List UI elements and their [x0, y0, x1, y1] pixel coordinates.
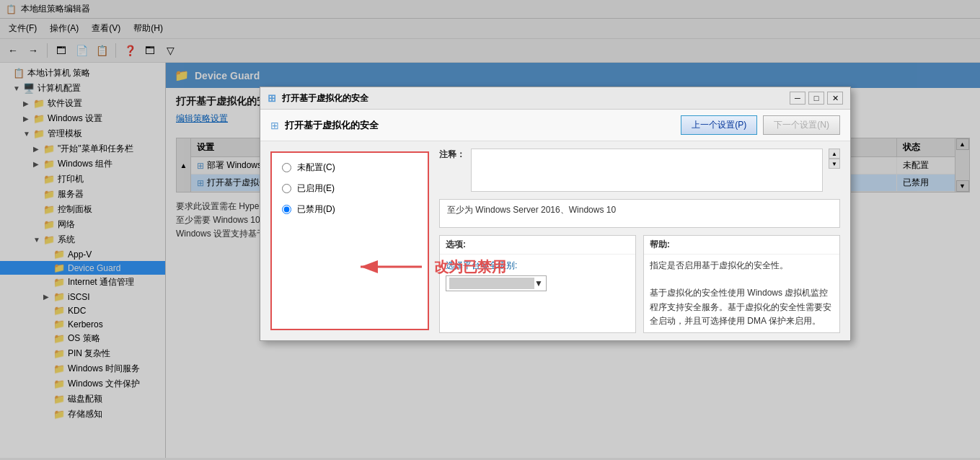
- radio-not-configured-label: 未配置(C): [297, 162, 335, 174]
- prev-setting-button[interactable]: 上一个设置(P): [681, 115, 757, 135]
- platform-dropdown-value: [449, 278, 534, 289]
- maximize-button[interactable]: □: [808, 92, 824, 105]
- modal-controls: ─ □ ✕: [790, 92, 843, 105]
- help-section: 帮助: 指定是否启用基于虚拟化的安全性。 基于虚拟化的安全性使用 Windows…: [643, 235, 840, 333]
- options-title: 选项:: [440, 236, 635, 255]
- minimize-button[interactable]: ─: [790, 92, 805, 105]
- options-help-row: 选项: 选择平台安全级别: ▼: [439, 235, 840, 333]
- supported-section: 至少为 Windows Server 2016、Windows 10: [439, 199, 840, 228]
- modal-title-left: ⊞ 打开基于虚拟化的安全: [268, 92, 368, 105]
- note-label: 注释：: [439, 149, 465, 161]
- radio-disabled[interactable]: 已禁用(D): [282, 203, 418, 216]
- modal-header-row: ⊞ 打开基于虚拟化的安全: [270, 119, 379, 132]
- radio-enabled[interactable]: 已启用(E): [282, 182, 418, 195]
- supported-text: 至少为 Windows Server 2016、Windows 10: [447, 205, 616, 215]
- modal-overlay: ⊞ 打开基于虚拟化的安全 ─ □ ✕ ⊞ 打开基于虚拟化的安全 上一个设置(P)…: [0, 0, 980, 458]
- platform-label: 选择平台安全级别:: [446, 259, 630, 273]
- help-title: 帮助:: [644, 236, 839, 255]
- note-section: 注释： ▲ ▼: [439, 149, 840, 192]
- radio-panel: 未配置(C) 已启用(E) 已禁用(D): [270, 151, 429, 330]
- modal-header-icon: ⊞: [270, 120, 279, 131]
- help-text-line1: 指定是否启用基于虚拟化的安全性。: [650, 260, 788, 270]
- modal-header-label: 打开基于虚拟化的安全: [285, 119, 379, 132]
- modal-title-text: 打开基于虚拟化的安全: [282, 92, 368, 105]
- help-text-line2: 基于虚拟化的安全性使用 Windows 虚拟机监控程序支持安全服务。基于虚拟化的…: [650, 288, 831, 325]
- right-panel: 注释： ▲ ▼ 至少为 Windows Server 2016、Windows …: [429, 141, 850, 340]
- next-setting-button[interactable]: 下一个设置(N): [763, 115, 840, 135]
- platform-dropdown[interactable]: ▼: [446, 275, 547, 291]
- help-content: 指定是否启用基于虚拟化的安全性。 基于虚拟化的安全性使用 Windows 虚拟机…: [644, 255, 839, 332]
- radio-not-configured-input[interactable]: [282, 163, 291, 172]
- radio-disabled-label: 已禁用(D): [297, 203, 335, 216]
- radio-enabled-label: 已启用(E): [297, 182, 335, 195]
- radio-disabled-input[interactable]: [282, 205, 291, 214]
- radio-enabled-input[interactable]: [282, 184, 291, 193]
- platform-select: 选择平台安全级别: ▼: [446, 259, 630, 291]
- modal-body: 未配置(C) 已启用(E) 已禁用(D) 注释： ▲: [260, 141, 850, 340]
- modal-nav-buttons: 上一个设置(P) 下一个设置(N): [681, 115, 840, 135]
- modal-dialog: ⊞ 打开基于虚拟化的安全 ─ □ ✕ ⊞ 打开基于虚拟化的安全 上一个设置(P)…: [260, 87, 851, 341]
- note-box[interactable]: [471, 149, 823, 192]
- platform-dropdown-arrow: ▼: [534, 277, 543, 291]
- radio-not-configured[interactable]: 未配置(C): [282, 162, 418, 174]
- modal-title-bar: ⊞ 打开基于虚拟化的安全 ─ □ ✕: [260, 87, 850, 110]
- options-section: 选项: 选择平台安全级别: ▼: [439, 235, 636, 333]
- modal-title-icon: ⊞: [268, 92, 276, 104]
- options-content: 选择平台安全级别: ▼: [440, 255, 635, 296]
